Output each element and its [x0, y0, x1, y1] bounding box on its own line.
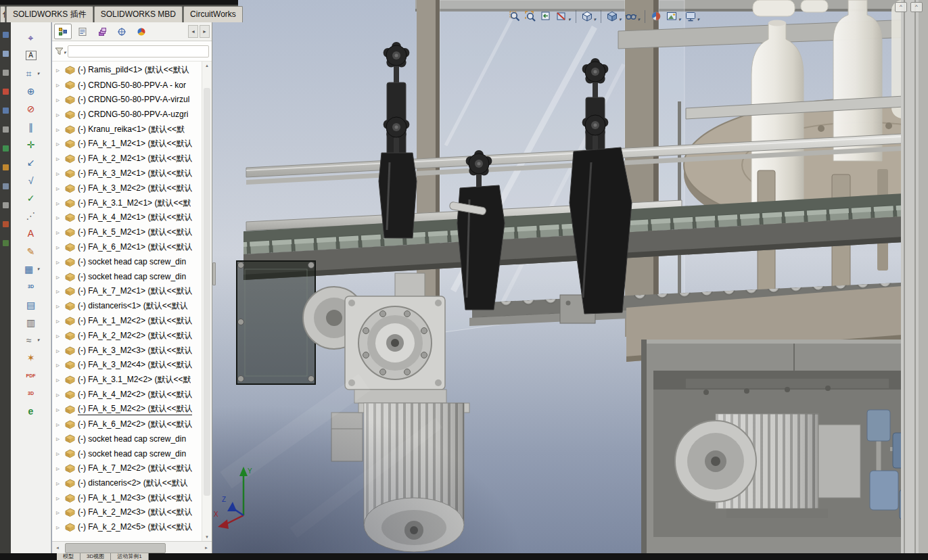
publish-pdf-icon[interactable]: PDF	[12, 367, 50, 385]
expand-arrow-icon[interactable]: ▹	[56, 200, 64, 207]
expand-arrow-icon[interactable]: ▹	[56, 96, 64, 103]
splitter-grip[interactable]	[212, 262, 216, 285]
expand-arrow-icon[interactable]: ▹	[56, 332, 64, 340]
expand-arrow-icon[interactable]: ▹	[56, 111, 64, 118]
dropdown-caret-icon[interactable]: ▾	[594, 16, 597, 22]
tab-circuitworks[interactable]: CircuitWorks	[183, 6, 243, 22]
tree-item[interactable]: ▹(-) FA_k_6_M2<2> (默认<<默认	[52, 417, 202, 431]
expand-arrow-icon[interactable]: ▹	[56, 421, 64, 428]
scroll-left-icon[interactable]: ◄	[52, 546, 63, 550]
edit-appearance-tool-icon[interactable]: ✶	[12, 349, 50, 367]
tree-item[interactable]: ▹(-) FA_k_5_M2<1> (默认<<默认	[52, 225, 202, 240]
tree-item[interactable]: ▹(-) FA_k_7_M2<1> (默认<<默认	[52, 284, 202, 299]
tree-item[interactable]: ▹(-) FA_k_7_M2<2> (默认<<默认	[52, 461, 202, 476]
docked-tool-icon[interactable]	[3, 32, 9, 38]
view-orientation-icon[interactable]: ▾	[580, 9, 598, 24]
expand-arrow-icon[interactable]: ▹	[56, 435, 64, 442]
dropdown-caret-icon[interactable]: ▾	[568, 16, 571, 22]
scroll-down-icon[interactable]: ▼	[205, 533, 209, 541]
general-table-icon[interactable]: ▦▾	[12, 260, 50, 278]
tree-item[interactable]: ▹(-) FA_k_2_M2<5> (默认<<默认	[52, 520, 202, 535]
docked-tool-icon[interactable]	[3, 126, 9, 133]
surface-finish-icon[interactable]: √	[12, 171, 50, 189]
tree-item[interactable]: ▹(-) FA_k_2_M2<1> (默认<<默认	[52, 151, 202, 166]
location-dimension-icon[interactable]: ⌖	[12, 29, 50, 47]
expand-arrow-icon[interactable]: ▹	[56, 391, 64, 398]
tree-item[interactable]: ▹(-) Kranu_reika<1> (默认<<默	[52, 122, 202, 137]
dropdown-caret-icon[interactable]: ▾	[37, 266, 40, 272]
tab-3d-views[interactable]: 3D视图	[80, 553, 111, 560]
expand-arrow-icon[interactable]: ▹	[56, 406, 64, 413]
docked-tool-icon[interactable]	[3, 145, 9, 151]
graphics-viewport[interactable]: Y X Z ▾ ▾ ▾ ▾ ▾ ▾ ^ ^	[212, 0, 928, 553]
scrollbar-thumb[interactable]	[65, 543, 166, 553]
expand-arrow-icon[interactable]: ▹	[56, 509, 64, 516]
configurationmanager-tab[interactable]	[93, 24, 111, 39]
tab-solidworks-mbd[interactable]: SOLIDWORKS MBD	[94, 6, 183, 22]
tree-item[interactable]: ▹(-) FA_k_2_M2<2> (默认<<默认	[52, 328, 202, 343]
size-dimension-icon[interactable]: ⌗▾	[12, 65, 50, 83]
hide-show-items-icon[interactable]: ▾	[624, 9, 642, 24]
zoom-area-icon[interactable]	[523, 9, 538, 24]
clamp-assembly[interactable]	[379, 42, 417, 238]
tree-item[interactable]: ▹(-) socket head cap screw_din	[52, 254, 202, 269]
expand-arrow-icon[interactable]: ▹	[56, 273, 64, 281]
dropdown-caret-icon[interactable]: ▾	[619, 16, 622, 22]
magnetic-line-icon[interactable]: ≈▾	[12, 331, 50, 349]
geometric-tolerance-icon[interactable]: ⊘	[12, 100, 50, 118]
docked-tool-icon[interactable]	[3, 240, 9, 246]
tree-item[interactable]: ▹(-) FA_k_3.1_M2<1> (默认<<默	[52, 195, 202, 210]
expand-arrow-icon[interactable]: ▹	[56, 185, 64, 192]
dropdown-caret-icon[interactable]: ▾	[37, 337, 40, 343]
tree-item[interactable]: ▹(-) distanceris<1> (默认<<默认	[52, 299, 202, 314]
featuremanager-tree-tab[interactable]	[54, 24, 72, 39]
tree-item[interactable]: ▹(-) distanceris<2> (默认<<默认	[52, 475, 202, 490]
tree-item[interactable]: ▹(-) FA_k_1_M2<2> (默认<<默认	[52, 314, 202, 329]
docked-tool-icon[interactable]	[3, 202, 9, 208]
filter-funnel-icon[interactable]: ▾	[55, 47, 66, 55]
expand-arrow-icon[interactable]: ▹	[56, 243, 64, 251]
expand-arrow-icon[interactable]: ▹	[56, 480, 64, 487]
docked-tool-icon[interactable]	[3, 108, 9, 114]
3d-drawing-view-icon[interactable]: 3D	[12, 278, 50, 296]
note-icon[interactable]: A	[12, 47, 50, 64]
tab-motion-study[interactable]: 运动算例1	[111, 553, 148, 560]
expand-arrow-icon[interactable]: ▹	[56, 229, 64, 236]
assembly-model[interactable]: Y X Z	[212, 0, 928, 553]
tab-scroll-left-icon[interactable]: ◄	[188, 25, 198, 38]
scrollbar-thumb[interactable]	[204, 88, 210, 496]
frame-post[interactable]	[625, 0, 685, 338]
tree-item[interactable]: ▹(-) FA_k_1_M2<1> (默认<<默认	[52, 137, 202, 151]
display-style-icon[interactable]: ▾	[605, 9, 623, 24]
expand-arrow-icon[interactable]: ▹	[56, 214, 64, 221]
publish-3d-pdf-icon[interactable]: 3D	[12, 385, 50, 402]
expand-arrow-icon[interactable]: ▹	[56, 258, 64, 266]
dropdown-caret-icon[interactable]: ▾	[697, 16, 700, 22]
expand-arrow-icon[interactable]: ▹	[56, 287, 64, 295]
apply-scene-icon[interactable]: ▾	[664, 9, 682, 24]
tree-item[interactable]: ▹(-) FA_k_3_M2<4> (默认<<默认	[52, 358, 202, 373]
text-annotation-icon[interactable]: A	[12, 225, 50, 242]
pin-toolbar-icon[interactable]: ^	[910, 2, 923, 12]
tree-item[interactable]: ▹(-) FA_k_4_M2<2> (默认<<默认	[52, 388, 202, 402]
tree-item[interactable]: ▹(-) FA_k_3.1_M2<2> (默认<<默	[52, 373, 202, 388]
tree-item[interactable]: ▹(-) FA_k_2_M2<3> (默认<<默认	[52, 505, 202, 520]
tab-model[interactable]: 模型	[57, 553, 80, 560]
tree-item[interactable]: ▹(-) socket head cap screw_din	[52, 431, 202, 446]
tree-horizontal-scrollbar[interactable]: ◄ ►	[52, 541, 212, 553]
collapse-toolbar-icon[interactable]: ^	[895, 2, 907, 12]
expand-arrow-icon[interactable]: ▹	[56, 494, 64, 502]
previous-view-icon[interactable]	[538, 9, 553, 24]
pattern-dimension-icon[interactable]: ✛	[12, 136, 50, 154]
view-palette-icon[interactable]: ▤	[12, 296, 50, 313]
datum-target-icon[interactable]: ⊕	[12, 83, 50, 100]
panel-splitter[interactable]	[212, 0, 216, 553]
expand-arrow-icon[interactable]: ▹	[56, 81, 64, 89]
expand-arrow-icon[interactable]: ▹	[56, 347, 64, 354]
gear-motor[interactable]	[331, 403, 469, 552]
tab-scroll-right-icon[interactable]: ►	[200, 25, 210, 38]
tree-item-selected[interactable]: ▹(-) FA_k_5_M2<2> (默认<<默认	[52, 402, 202, 417]
expand-arrow-icon[interactable]: ▹	[56, 361, 64, 369]
expand-arrow-icon[interactable]: ▹	[56, 317, 64, 325]
dropdown-caret-icon[interactable]: ▾	[638, 16, 641, 22]
